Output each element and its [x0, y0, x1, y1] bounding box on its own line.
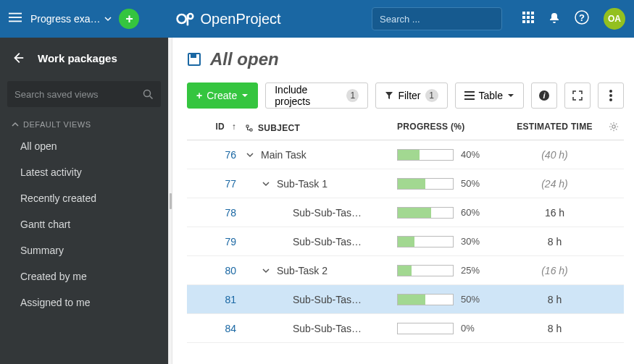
table-row[interactable]: 80Sub-Task 225%(16 h)	[187, 256, 624, 285]
hamburger-icon[interactable]	[9, 11, 23, 27]
save-icon[interactable]	[187, 52, 201, 67]
cell-subject[interactable]: Sub-Sub-Tas…	[245, 236, 397, 247]
progress-percent: 50%	[461, 178, 480, 189]
global-search-input[interactable]	[380, 14, 501, 25]
table-icon	[464, 91, 475, 100]
sidebar-header: Work packages	[0, 38, 168, 78]
create-button[interactable]: + Create	[187, 82, 258, 109]
cell-id[interactable]: 78	[187, 207, 245, 219]
cell-subject[interactable]: Main Task	[245, 149, 397, 161]
svg-line-21	[150, 96, 153, 98]
caret-down-icon	[507, 92, 514, 99]
progress-bar	[397, 265, 454, 276]
svg-rect-0	[9, 13, 22, 14]
kebab-icon	[609, 90, 612, 101]
bell-icon[interactable]	[549, 12, 560, 26]
chevron-down-icon[interactable]	[245, 151, 255, 158]
chevron-down-icon[interactable]	[261, 267, 271, 274]
cell-id[interactable]: 80	[187, 265, 245, 276]
column-header-progress[interactable]: PROGRESS (%)	[397, 122, 506, 134]
svg-rect-12	[527, 16, 530, 19]
svg-rect-11	[522, 16, 525, 19]
sidebar-group-header[interactable]: DEFAULT VIEWS	[0, 114, 168, 133]
cell-subject[interactable]: Sub-Task 1	[245, 178, 397, 190]
sidebar-item[interactable]: Recently created	[0, 185, 168, 211]
cell-id[interactable]: 77	[187, 178, 245, 190]
filter-icon	[385, 91, 393, 100]
include-projects-button[interactable]: Include projects 1	[265, 82, 368, 109]
column-header-id[interactable]: ID ↑	[187, 122, 245, 134]
table-row[interactable]: 81Sub-Sub-Tas…50%8 h	[187, 285, 624, 314]
svg-rect-16	[531, 20, 534, 23]
cell-progress: 50%	[397, 178, 506, 190]
cell-progress: 25%	[397, 265, 506, 276]
project-selector[interactable]: Progress exa…	[30, 13, 112, 25]
progress-percent: 40%	[461, 149, 480, 160]
sidebar-item[interactable]: Summary	[0, 237, 168, 263]
gear-icon	[609, 122, 619, 132]
modules-icon[interactable]	[522, 12, 534, 26]
sidebar-item[interactable]: Gantt chart	[0, 211, 168, 237]
info-icon: i	[538, 90, 550, 101]
brand-logo[interactable]: OpenProject	[175, 9, 280, 28]
subject-text: Sub-Sub-Tas…	[293, 323, 362, 334]
view-title-row: All open	[187, 49, 624, 69]
cell-id[interactable]: 81	[187, 294, 245, 305]
cell-id[interactable]: 76	[187, 149, 245, 161]
avatar[interactable]: OA	[604, 8, 625, 30]
sort-asc-icon: ↑	[232, 122, 236, 132]
table-row[interactable]: 79Sub-Sub-Tas…30%8 h	[187, 227, 624, 256]
chevron-down-icon[interactable]	[261, 180, 271, 187]
table-row[interactable]: 84Sub-Sub-Tas…0%8 h	[187, 314, 624, 343]
sidebar-item[interactable]: Latest activity	[0, 159, 168, 185]
sidebar-item[interactable]: Created by me	[0, 263, 168, 289]
svg-point-5	[188, 14, 193, 19]
column-settings-button[interactable]	[604, 122, 624, 134]
chevron-up-icon	[12, 121, 19, 128]
cell-subject[interactable]: Sub-Sub-Tas…	[245, 207, 397, 219]
sidebar-item[interactable]: Assigned to me	[0, 289, 168, 316]
more-menu-button[interactable]	[598, 82, 624, 109]
cell-progress: 50%	[397, 294, 506, 305]
table-row[interactable]: 77Sub-Task 150%(24 h)	[187, 169, 624, 198]
top-bar: Progress exa… + OpenProject ? OA	[0, 0, 634, 38]
svg-point-20	[144, 90, 151, 96]
subject-text: Sub-Task 1	[277, 178, 328, 190]
svg-point-29	[609, 90, 612, 93]
sidebar-item[interactable]: All open	[0, 133, 168, 159]
progress-bar	[397, 323, 454, 334]
cell-id[interactable]: 84	[187, 323, 245, 334]
cell-estimated: (16 h)	[506, 265, 604, 276]
global-search[interactable]	[372, 7, 502, 30]
progress-percent: 60%	[461, 207, 480, 218]
cell-progress: 0%	[397, 323, 506, 334]
column-header-estimated[interactable]: ESTIMATED TIME	[506, 122, 604, 134]
cell-id[interactable]: 79	[187, 236, 245, 247]
cell-subject[interactable]: Sub-Task 2	[245, 265, 397, 276]
progress-percent: 30%	[461, 236, 480, 247]
view-title: All open	[210, 49, 279, 69]
svg-text:?: ?	[579, 12, 585, 23]
svg-rect-15	[527, 20, 530, 23]
fullscreen-button[interactable]	[564, 82, 591, 109]
svg-point-32	[612, 125, 615, 128]
include-count-badge: 1	[346, 89, 359, 102]
cell-subject[interactable]: Sub-Sub-Tas…	[245, 294, 397, 305]
view-mode-button[interactable]: Table	[455, 82, 524, 109]
subject-text: Sub-Sub-Tas…	[293, 294, 362, 305]
main-content: All open + Create Include projects 1 Fil…	[172, 38, 634, 364]
filter-count-badge: 1	[425, 89, 438, 102]
table-row[interactable]: 78Sub-Sub-Tas…60%16 h	[187, 198, 624, 227]
sidebar-search-input[interactable]	[14, 89, 143, 100]
filter-button[interactable]: Filter 1	[375, 82, 447, 109]
sidebar-title: Work packages	[38, 52, 117, 64]
info-button[interactable]: i	[531, 82, 557, 109]
help-icon[interactable]: ?	[575, 10, 589, 27]
back-arrow-icon[interactable]	[12, 51, 25, 64]
table-row[interactable]: 76Main Task40%(40 h)	[187, 140, 624, 169]
project-name: Progress exa…	[30, 13, 100, 25]
cell-subject[interactable]: Sub-Sub-Tas…	[245, 323, 397, 334]
sidebar-search[interactable]	[7, 81, 161, 107]
column-header-subject[interactable]: SUBJECT	[245, 122, 397, 134]
global-add-button[interactable]: +	[119, 9, 139, 29]
